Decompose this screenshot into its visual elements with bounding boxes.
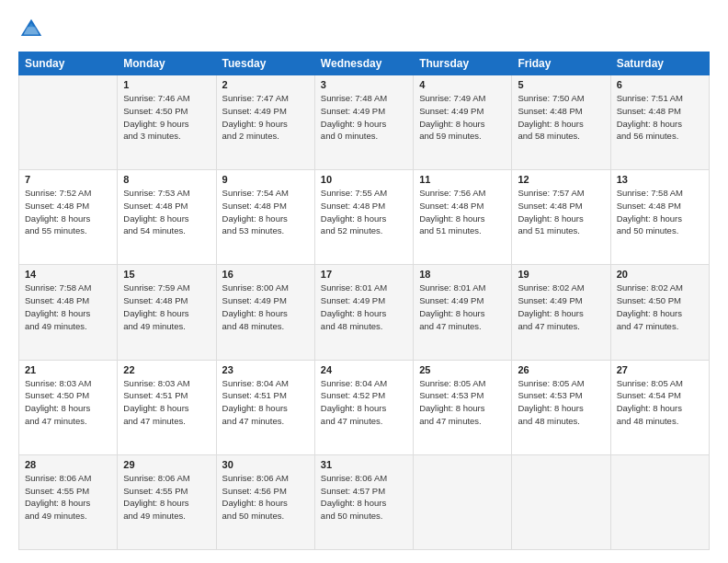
- col-header-tuesday: Tuesday: [216, 52, 314, 75]
- calendar-cell: 25Sunrise: 8:05 AM Sunset: 4:53 PM Dayli…: [414, 360, 512, 454]
- week-row-4: 21Sunrise: 8:03 AM Sunset: 4:50 PM Dayli…: [19, 360, 710, 454]
- day-number: 24: [321, 364, 407, 375]
- calendar-cell: 2Sunrise: 7:47 AM Sunset: 4:49 PM Daylig…: [216, 75, 314, 170]
- calendar-cell: 4Sunrise: 7:49 AM Sunset: 4:49 PM Daylig…: [414, 75, 512, 170]
- day-info: Sunrise: 8:06 AM Sunset: 4:57 PM Dayligh…: [321, 472, 407, 523]
- day-number: 31: [321, 459, 407, 470]
- day-number: 28: [25, 459, 111, 470]
- day-number: 16: [222, 269, 309, 280]
- calendar-cell: 14Sunrise: 7:58 AM Sunset: 4:48 PM Dayli…: [19, 265, 118, 360]
- day-number: 22: [123, 364, 210, 375]
- day-number: 13: [617, 174, 703, 185]
- day-number: 5: [518, 79, 604, 90]
- day-info: Sunrise: 8:06 AM Sunset: 4:56 PM Dayligh…: [222, 472, 309, 523]
- calendar-cell: 26Sunrise: 8:05 AM Sunset: 4:53 PM Dayli…: [512, 360, 610, 454]
- calendar-cell: 28Sunrise: 8:06 AM Sunset: 4:55 PM Dayli…: [19, 454, 118, 549]
- day-number: 12: [518, 174, 604, 185]
- day-info: Sunrise: 7:50 AM Sunset: 4:48 PM Dayligh…: [518, 92, 604, 143]
- calendar-body: 1Sunrise: 7:46 AM Sunset: 4:50 PM Daylig…: [19, 75, 710, 550]
- day-info: Sunrise: 8:02 AM Sunset: 4:50 PM Dayligh…: [617, 282, 703, 332]
- day-number: 9: [222, 174, 309, 185]
- day-number: 20: [617, 269, 703, 280]
- day-info: Sunrise: 7:58 AM Sunset: 4:48 PM Dayligh…: [25, 282, 111, 332]
- day-number: 14: [25, 269, 111, 280]
- column-headers: SundayMondayTuesdayWednesdayThursdayFrid…: [19, 52, 710, 75]
- day-number: 6: [617, 79, 703, 90]
- calendar-cell: [19, 75, 118, 170]
- day-number: 21: [25, 364, 111, 375]
- calendar-cell: 6Sunrise: 7:51 AM Sunset: 4:48 PM Daylig…: [610, 75, 709, 170]
- col-header-sunday: Sunday: [19, 52, 118, 75]
- calendar-cell: [414, 454, 512, 549]
- day-number: 23: [222, 364, 309, 375]
- week-row-5: 28Sunrise: 8:06 AM Sunset: 4:55 PM Dayli…: [19, 454, 710, 549]
- calendar-cell: 3Sunrise: 7:48 AM Sunset: 4:49 PM Daylig…: [314, 75, 413, 170]
- calendar-table: SundayMondayTuesdayWednesdayThursdayFrid…: [18, 52, 710, 550]
- day-info: Sunrise: 8:05 AM Sunset: 4:53 PM Dayligh…: [419, 377, 506, 428]
- day-info: Sunrise: 8:03 AM Sunset: 4:51 PM Dayligh…: [123, 377, 210, 428]
- day-info: Sunrise: 7:53 AM Sunset: 4:48 PM Dayligh…: [123, 187, 210, 237]
- calendar-cell: 16Sunrise: 8:00 AM Sunset: 4:49 PM Dayli…: [216, 265, 314, 360]
- week-row-2: 7Sunrise: 7:52 AM Sunset: 4:48 PM Daylig…: [19, 170, 710, 265]
- header: [18, 17, 710, 42]
- day-info: Sunrise: 8:05 AM Sunset: 4:53 PM Dayligh…: [518, 377, 604, 428]
- calendar-cell: 30Sunrise: 8:06 AM Sunset: 4:56 PM Dayli…: [216, 454, 314, 549]
- day-info: Sunrise: 8:06 AM Sunset: 4:55 PM Dayligh…: [123, 472, 210, 523]
- col-header-friday: Friday: [512, 52, 610, 75]
- day-number: 11: [419, 174, 506, 185]
- col-header-thursday: Thursday: [414, 52, 512, 75]
- day-number: 3: [321, 79, 407, 90]
- day-number: 4: [419, 79, 506, 90]
- day-info: Sunrise: 7:48 AM Sunset: 4:49 PM Dayligh…: [321, 92, 407, 143]
- calendar-cell: 11Sunrise: 7:56 AM Sunset: 4:48 PM Dayli…: [414, 170, 512, 265]
- calendar-cell: 12Sunrise: 7:57 AM Sunset: 4:48 PM Dayli…: [512, 170, 610, 265]
- calendar-cell: 20Sunrise: 8:02 AM Sunset: 4:50 PM Dayli…: [610, 265, 709, 360]
- calendar-cell: 10Sunrise: 7:55 AM Sunset: 4:48 PM Dayli…: [314, 170, 413, 265]
- calendar-cell: [610, 454, 709, 549]
- calendar-cell: [512, 454, 610, 549]
- calendar-cell: 21Sunrise: 8:03 AM Sunset: 4:50 PM Dayli…: [19, 360, 118, 454]
- day-info: Sunrise: 8:05 AM Sunset: 4:54 PM Dayligh…: [617, 377, 703, 428]
- calendar-cell: 27Sunrise: 8:05 AM Sunset: 4:54 PM Dayli…: [610, 360, 709, 454]
- day-number: 1: [123, 79, 210, 90]
- logo: [18, 17, 48, 42]
- calendar-cell: 17Sunrise: 8:01 AM Sunset: 4:49 PM Dayli…: [314, 265, 413, 360]
- calendar-cell: 13Sunrise: 7:58 AM Sunset: 4:48 PM Dayli…: [610, 170, 709, 265]
- day-info: Sunrise: 8:06 AM Sunset: 4:55 PM Dayligh…: [25, 472, 111, 523]
- day-info: Sunrise: 7:55 AM Sunset: 4:48 PM Dayligh…: [321, 187, 407, 237]
- calendar-cell: 18Sunrise: 8:01 AM Sunset: 4:49 PM Dayli…: [414, 265, 512, 360]
- day-info: Sunrise: 8:01 AM Sunset: 4:49 PM Dayligh…: [321, 282, 407, 332]
- day-info: Sunrise: 7:58 AM Sunset: 4:48 PM Dayligh…: [617, 187, 703, 237]
- day-info: Sunrise: 8:04 AM Sunset: 4:51 PM Dayligh…: [222, 377, 309, 428]
- day-number: 15: [123, 269, 210, 280]
- day-number: 27: [617, 364, 703, 375]
- day-number: 18: [419, 269, 506, 280]
- day-info: Sunrise: 8:03 AM Sunset: 4:50 PM Dayligh…: [25, 377, 111, 428]
- day-info: Sunrise: 8:00 AM Sunset: 4:49 PM Dayligh…: [222, 282, 309, 332]
- day-info: Sunrise: 8:02 AM Sunset: 4:49 PM Dayligh…: [518, 282, 604, 332]
- day-number: 7: [25, 174, 111, 185]
- day-number: 8: [123, 174, 210, 185]
- day-info: Sunrise: 7:49 AM Sunset: 4:49 PM Dayligh…: [419, 92, 506, 143]
- day-info: Sunrise: 8:04 AM Sunset: 4:52 PM Dayligh…: [321, 377, 407, 428]
- day-info: Sunrise: 8:01 AM Sunset: 4:49 PM Dayligh…: [419, 282, 506, 332]
- day-info: Sunrise: 7:51 AM Sunset: 4:48 PM Dayligh…: [617, 92, 703, 143]
- day-info: Sunrise: 7:47 AM Sunset: 4:49 PM Dayligh…: [222, 92, 309, 143]
- day-info: Sunrise: 7:46 AM Sunset: 4:50 PM Dayligh…: [123, 92, 210, 143]
- calendar-cell: 15Sunrise: 7:59 AM Sunset: 4:48 PM Dayli…: [118, 265, 216, 360]
- day-number: 19: [518, 269, 604, 280]
- calendar-cell: 24Sunrise: 8:04 AM Sunset: 4:52 PM Dayli…: [314, 360, 413, 454]
- day-number: 2: [222, 79, 309, 90]
- calendar-cell: 9Sunrise: 7:54 AM Sunset: 4:48 PM Daylig…: [216, 170, 314, 265]
- day-info: Sunrise: 7:59 AM Sunset: 4:48 PM Dayligh…: [123, 282, 210, 332]
- page: SundayMondayTuesdayWednesdayThursdayFrid…: [0, 0, 728, 563]
- day-number: 30: [222, 459, 309, 470]
- calendar-cell: 23Sunrise: 8:04 AM Sunset: 4:51 PM Dayli…: [216, 360, 314, 454]
- day-number: 26: [518, 364, 604, 375]
- calendar-cell: 1Sunrise: 7:46 AM Sunset: 4:50 PM Daylig…: [118, 75, 216, 170]
- week-row-3: 14Sunrise: 7:58 AM Sunset: 4:48 PM Dayli…: [19, 265, 710, 360]
- day-number: 10: [321, 174, 407, 185]
- day-number: 25: [419, 364, 506, 375]
- col-header-monday: Monday: [118, 52, 216, 75]
- calendar-cell: 8Sunrise: 7:53 AM Sunset: 4:48 PM Daylig…: [118, 170, 216, 265]
